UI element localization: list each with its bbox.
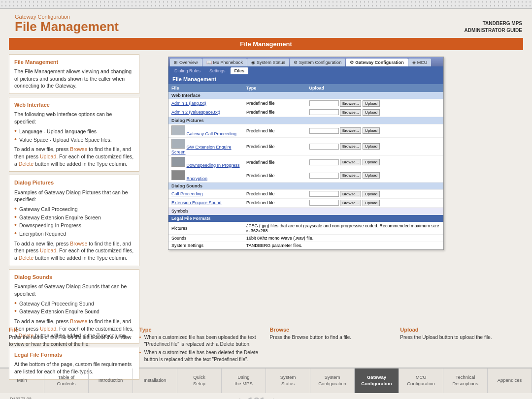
upload-cell: Browse... Upload xyxy=(306,124,443,137)
legal-desc: TANDBERG parameter files. xyxy=(243,242,443,249)
tab-phonebook-label: Mu Phonebook xyxy=(213,60,243,65)
gateway-config-icon: ⚙ xyxy=(350,60,354,65)
file-link[interactable]: Admin 2 (valuespace.txt) xyxy=(171,110,220,115)
upload-button[interactable]: Upload xyxy=(363,200,380,206)
file-input[interactable] xyxy=(309,173,339,179)
file-cell: Gateway Call Proceeding xyxy=(168,124,243,137)
browse-button[interactable]: Browse... xyxy=(340,143,361,150)
browse-button[interactable]: Browse... xyxy=(340,109,361,116)
browse-link[interactable]: Browse xyxy=(70,241,87,246)
tab-mcu-label: MCU xyxy=(417,60,428,65)
sub-tab-files[interactable]: Files xyxy=(231,67,249,74)
nav-tab-gateway-config[interactable]: GatewayConfiguration xyxy=(355,368,399,393)
nav-tab-quick-setup[interactable]: QuickSetup xyxy=(177,368,222,393)
system-status-icon: ◉ xyxy=(251,60,255,65)
file-cell: Admin 1 (lang.txt) xyxy=(168,99,243,108)
nav-tab-appendices[interactable]: Appendices xyxy=(488,368,532,393)
file-input[interactable] xyxy=(309,100,339,106)
tab-overview[interactable]: ⊞ Overview xyxy=(170,59,202,66)
dialog-pictures-footer: To add a new file, press Browse to find … xyxy=(14,240,134,262)
file-link[interactable]: Encryption xyxy=(187,176,208,181)
nav-tab-system-config[interactable]: SystemConfiguration xyxy=(310,368,355,393)
upload-button[interactable]: Upload xyxy=(363,172,380,179)
file-link[interactable]: Extension Enquire Sound xyxy=(171,200,222,205)
browse-button[interactable]: Browse... xyxy=(340,191,361,197)
sub-tab-settings[interactable]: Settings xyxy=(205,67,230,74)
upload-button[interactable]: Upload xyxy=(363,127,380,134)
list-item: Gateway Extension Enquire Screen xyxy=(14,214,134,222)
browse-button[interactable]: Browse... xyxy=(340,100,361,107)
tab-gateway-config[interactable]: ⚙ Gateway Configuration xyxy=(346,59,408,66)
list-item: Gateway Call Proceeding xyxy=(14,205,134,214)
nav-tab-using-mps[interactable]: Usingthe MPS xyxy=(222,368,266,393)
browse-link[interactable]: Browse xyxy=(70,318,87,324)
file-input[interactable] xyxy=(309,144,339,150)
web-interface-list: Language - Upload language files Value S… xyxy=(14,127,134,144)
upload-button[interactable]: Upload xyxy=(363,191,380,197)
list-item: Language - Upload language files xyxy=(14,127,134,136)
table-row: Encryption Predefined file Browse... Upl… xyxy=(168,169,443,182)
tab-system-status[interactable]: ◉ System Status xyxy=(247,59,289,66)
file-link[interactable]: Gateway Call Proceeding xyxy=(187,131,237,136)
file-input[interactable] xyxy=(309,200,339,206)
page-header: Gateway Configuration File Management TA… xyxy=(0,9,532,38)
prev-page-button[interactable]: ◀ xyxy=(233,396,240,399)
browse-button[interactable]: Browse... xyxy=(340,159,361,165)
type-cell: Predefined file xyxy=(243,189,306,198)
nav-tab-system-status[interactable]: SystemStatus xyxy=(266,368,310,393)
file-cell: Call Proceeding xyxy=(168,189,243,198)
upload-button[interactable]: Upload xyxy=(363,143,380,150)
upload-button[interactable]: Upload xyxy=(363,100,380,107)
upload-button[interactable]: Upload xyxy=(363,159,380,165)
upload-cell: Browse... Upload xyxy=(306,198,443,207)
brand-line2: ADMINISTRATOR GUIDE xyxy=(465,27,522,34)
tab-mcu[interactable]: ◈ MCU xyxy=(408,59,432,66)
title-bar: File Management xyxy=(9,38,523,50)
legal-category: Pictures xyxy=(168,222,243,234)
nav-tab-installation[interactable]: Installation xyxy=(133,368,177,393)
desc-upload-body: Press the Upload button to upload the fi… xyxy=(400,334,523,341)
table-row: Extension Enquire Sound Predefined file … xyxy=(168,198,443,207)
list-item: Value Space - Upload Value Space files. xyxy=(14,136,134,144)
sidebar-title-dialog-pictures: Dialog Pictures xyxy=(14,179,134,186)
upload-cell: Browse... Upload xyxy=(306,108,443,117)
nav-tab-main[interactable]: Main xyxy=(0,368,44,393)
tab-system-config-label: System Configuration xyxy=(299,60,341,65)
file-input[interactable] xyxy=(309,128,339,134)
file-input[interactable] xyxy=(309,159,339,165)
type-cell: Predefined file xyxy=(243,169,306,182)
type-cell: Predefined file xyxy=(243,155,306,169)
footer-doc-info: D13373.08 NOVEMBER 2007 xyxy=(10,397,46,399)
symbols-label: Symbols xyxy=(168,207,443,215)
file-cell: GW Extension Enquire Screen xyxy=(168,137,243,155)
file-link[interactable]: Downspeeding In Progress xyxy=(187,163,240,168)
delete-link[interactable]: Delete xyxy=(19,161,33,167)
nav-tab-intro[interactable]: Introduction xyxy=(89,368,133,393)
file-input[interactable] xyxy=(309,109,339,115)
content-area: ⊞ Overview 📖 Mu Phonebook ◉ System Statu… xyxy=(143,54,523,325)
browse-link[interactable]: Browse xyxy=(70,146,87,152)
browse-button[interactable]: Browse... xyxy=(340,172,361,179)
thumbnail-image xyxy=(171,139,185,149)
list-item: When a customized file has been uploaded… xyxy=(139,334,263,348)
tab-system-config[interactable]: ⚙ System Configuration xyxy=(290,59,345,66)
file-link[interactable]: Admin 1 (lang.txt) xyxy=(171,101,206,106)
upload-link[interactable]: Upload xyxy=(40,153,56,159)
file-link[interactable]: Call Proceeding xyxy=(171,191,203,196)
browse-button[interactable]: Browse... xyxy=(340,200,361,206)
nav-tab-tech-desc[interactable]: TechnicalDescriptions xyxy=(443,368,488,393)
header-brand: TANDBERG MPS ADMINISTRATOR GUIDE xyxy=(465,20,522,34)
table-row: Pictures JPEG (.jpg) files that are not … xyxy=(168,222,443,234)
next-page-button[interactable]: ▶ xyxy=(273,396,280,399)
upload-link[interactable]: Upload xyxy=(40,247,56,253)
nav-tab-toc[interactable]: Table ofContents xyxy=(44,368,89,393)
browse-button[interactable]: Browse... xyxy=(340,127,361,134)
section-dialog-sounds: Dialog Sounds xyxy=(168,182,443,189)
section-label: Dialog Pictures xyxy=(168,117,443,124)
delete-link[interactable]: Delete xyxy=(19,255,33,261)
sub-tab-dialing-rules[interactable]: Dialing Rules xyxy=(170,67,204,74)
tab-phonebook[interactable]: 📖 Mu Phonebook xyxy=(202,59,247,66)
nav-tab-mcu-config[interactable]: MCUConfiguration xyxy=(399,368,443,393)
file-input[interactable] xyxy=(309,191,339,197)
upload-button[interactable]: Upload xyxy=(363,109,380,116)
